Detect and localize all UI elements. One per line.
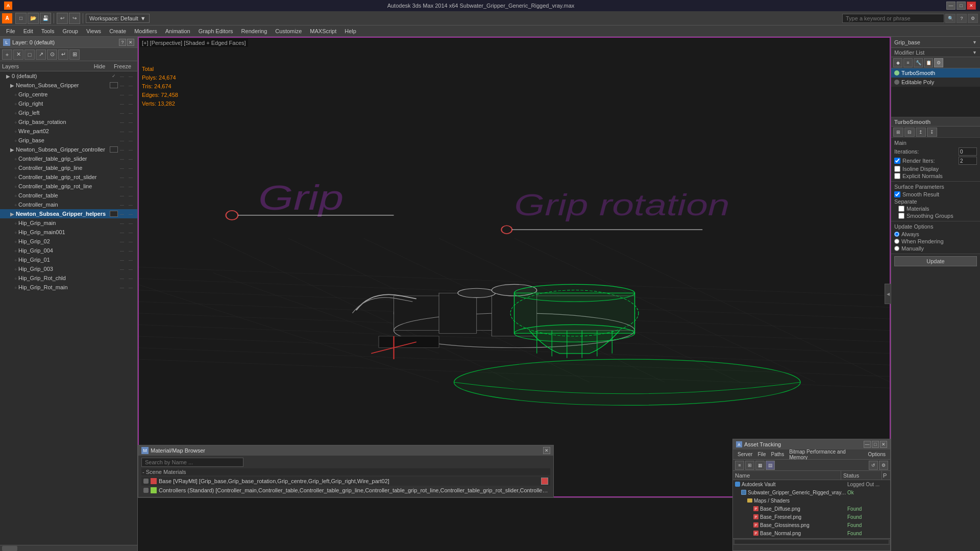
menu-create[interactable]: Create bbox=[105, 27, 130, 35]
options-btn[interactable]: ⚙ bbox=[968, 14, 978, 23]
mat-search-input[interactable] bbox=[141, 458, 243, 467]
list-item[interactable]: ⬦ Wire_part02 — — bbox=[0, 127, 137, 136]
list-item[interactable]: ⬦ Hip_Grip_main — — bbox=[0, 218, 137, 228]
list-item[interactable]: ⬦ Hip_Grip_main001 — — bbox=[0, 228, 137, 237]
mat-item-base[interactable]: Base [VRayMtl] [Grip_base,Grip_base_rota… bbox=[141, 477, 550, 486]
layers-hscrollbar[interactable] bbox=[0, 545, 137, 551]
save-btn[interactable]: 💾 bbox=[40, 13, 51, 24]
asset-menu-options[interactable]: Options bbox=[866, 450, 888, 458]
asset-btn3[interactable]: ▦ bbox=[755, 461, 765, 470]
modifier-turbosmooth[interactable]: TurboSmooth bbox=[891, 68, 980, 78]
ts-iterations-input[interactable] bbox=[959, 147, 977, 156]
menu-customize[interactable]: Customize bbox=[271, 27, 306, 35]
menu-animation[interactable]: Animation bbox=[161, 27, 194, 35]
asset-hscrollbar[interactable] bbox=[733, 538, 890, 544]
list-item[interactable]: ⬦ Hip_Grip_01 — — bbox=[0, 255, 137, 264]
asset-item[interactable]: P Base_Fresnel.png Found bbox=[733, 513, 890, 521]
minimize-btn[interactable]: — bbox=[946, 2, 955, 10]
menu-graph-editors[interactable]: Graph Editors bbox=[194, 27, 237, 35]
list-item[interactable]: ⬦ Grip_base — — bbox=[0, 136, 137, 145]
asset-btn2[interactable]: ⊞ bbox=[745, 461, 754, 470]
auto-add-btn[interactable]: ↵ bbox=[58, 49, 68, 60]
asset-refresh-btn[interactable]: ↺ bbox=[869, 461, 878, 470]
ts-smooth-result-checkbox[interactable] bbox=[894, 191, 900, 197]
asset-menu-paths[interactable]: Paths bbox=[769, 450, 787, 458]
mod-icon-1[interactable]: ◆ bbox=[893, 58, 902, 67]
material-browser-close-btn[interactable]: ✕ bbox=[543, 447, 550, 454]
asset-btn1[interactable]: ≡ bbox=[735, 461, 744, 470]
list-item[interactable]: ⬦ Controller_table_grip_slider — — bbox=[0, 154, 137, 163]
mat-item-controllers[interactable]: Controllers (Standard) [Controller_main,… bbox=[141, 486, 550, 495]
redo-btn[interactable]: ↪ bbox=[69, 13, 80, 24]
asset-close-btn[interactable]: ✕ bbox=[880, 441, 887, 448]
expand-all-btn[interactable]: ⊞ bbox=[69, 49, 80, 60]
list-item[interactable]: ⬦ Controller_table_grip_line — — bbox=[0, 163, 137, 172]
ts-explicit-checkbox[interactable] bbox=[894, 173, 900, 179]
maximize-btn[interactable]: □ bbox=[957, 2, 966, 10]
menu-tools[interactable]: Tools bbox=[37, 27, 59, 35]
create-layer-btn[interactable]: □ bbox=[24, 49, 35, 60]
list-item[interactable]: ⬦ Grip_right — — bbox=[0, 99, 137, 108]
ts-manually-radio[interactable] bbox=[894, 246, 899, 251]
list-item[interactable]: ⬦ Hip_Grip_02 — — bbox=[0, 237, 137, 246]
list-item[interactable]: ⬦ Controller_main — — bbox=[0, 200, 137, 209]
object-name-field[interactable]: Grip_base ▼ bbox=[891, 37, 980, 48]
asset-item[interactable]: Maps / Shaders bbox=[733, 496, 890, 505]
menu-edit[interactable]: Edit bbox=[19, 27, 37, 35]
list-item[interactable]: ⬦ Controller_table_grip_rot_line — — bbox=[0, 182, 137, 191]
menu-group[interactable]: Group bbox=[58, 27, 82, 35]
list-item[interactable]: ▶ Newton_Subsea_Gripper — — bbox=[0, 81, 137, 90]
close-btn[interactable]: ✕ bbox=[967, 2, 976, 10]
asset-btn4[interactable]: ▤ bbox=[766, 461, 775, 470]
ts-update-btn[interactable]: Update bbox=[894, 256, 977, 266]
ts-always-radio[interactable] bbox=[894, 232, 899, 237]
list-item[interactable]: ▶ Newton_Subsea_Gripper_controller — — bbox=[0, 145, 137, 154]
right-panel-collapse-btn[interactable]: ◀ bbox=[885, 284, 891, 304]
asset-item[interactable]: Subwater_Gripper_Generic_Rigged_vray.max… bbox=[733, 488, 890, 496]
list-item[interactable]: ▶ 0 (default) ✓ — — bbox=[0, 71, 137, 81]
list-item[interactable]: ⬦ Hip_Grip_004 — — bbox=[0, 246, 137, 255]
list-item[interactable]: ⬦ Hip_Grip_Rot_chld — — bbox=[0, 273, 137, 283]
menu-file[interactable]: File bbox=[2, 27, 19, 35]
asset-settings-btn[interactable]: ⚙ bbox=[879, 461, 888, 470]
list-item[interactable]: ⬦ Hip_Grip_Rot_main — — bbox=[0, 283, 137, 292]
ts-btn4[interactable]: ↧ bbox=[927, 128, 937, 137]
undo-btn[interactable]: ↩ bbox=[57, 13, 68, 24]
new-btn[interactable]: □ bbox=[15, 13, 27, 24]
list-item[interactable]: ⬦ Controller_table_grip_rot_slider — — bbox=[0, 172, 137, 182]
add-layer-btn[interactable]: + bbox=[2, 49, 12, 60]
ts-isoline-checkbox[interactable] bbox=[894, 166, 900, 172]
move-to-layer-btn[interactable]: ↗ bbox=[36, 49, 46, 60]
search-btn[interactable]: 🔍 bbox=[945, 14, 955, 23]
select-objs-btn[interactable]: ⊙ bbox=[47, 49, 57, 60]
asset-menu-server[interactable]: Server bbox=[735, 450, 755, 458]
ts-smoothing-groups-checkbox[interactable] bbox=[898, 213, 904, 219]
help-search-btn[interactable]: ? bbox=[957, 14, 967, 23]
ts-materials-checkbox[interactable] bbox=[898, 206, 904, 212]
modifier-editable-poly[interactable]: Editable Poly bbox=[891, 78, 980, 87]
delete-layer-btn[interactable]: ✕ bbox=[13, 49, 23, 60]
open-btn[interactable]: 📂 bbox=[28, 13, 39, 24]
search-input[interactable] bbox=[842, 14, 944, 23]
workspace-selector[interactable]: Workspace: Default ▼ bbox=[86, 14, 150, 23]
asset-maximize-btn[interactable]: □ bbox=[872, 441, 879, 448]
ts-btn3[interactable]: ↥ bbox=[916, 128, 926, 137]
menu-modifiers[interactable]: Modifiers bbox=[130, 27, 161, 35]
list-item[interactable]: ⬦ Grip_centre — — bbox=[0, 90, 137, 99]
list-item[interactable]: ⬦ Hip_Grip_003 — — bbox=[0, 264, 137, 273]
layers-close-btn[interactable]: ✕ bbox=[127, 39, 134, 46]
mod-icon-3[interactable]: 🔧 bbox=[914, 58, 923, 67]
mod-icon-4[interactable]: 📋 bbox=[924, 58, 933, 67]
asset-minimize-btn[interactable]: — bbox=[864, 441, 871, 448]
ts-btn2[interactable]: ⊟ bbox=[904, 128, 915, 137]
mod-icon-2[interactable]: ≡ bbox=[903, 58, 913, 67]
ts-when-rendering-radio[interactable] bbox=[894, 239, 899, 244]
menu-maxscript[interactable]: MAXScript bbox=[306, 27, 340, 35]
asset-menu-file[interactable]: File bbox=[755, 450, 768, 458]
ts-render-iters-checkbox[interactable] bbox=[894, 158, 900, 164]
asset-item[interactable]: P Base_Glossiness.png Found bbox=[733, 521, 890, 529]
list-item[interactable]: ⬦ Grip_left — — bbox=[0, 108, 137, 117]
asset-menu-bitmap[interactable]: Bitmap Performance and Memory bbox=[787, 448, 865, 461]
ts-render-iters-input[interactable] bbox=[959, 157, 977, 165]
asset-item[interactable]: P Base_Diffuse.png Found bbox=[733, 505, 890, 513]
